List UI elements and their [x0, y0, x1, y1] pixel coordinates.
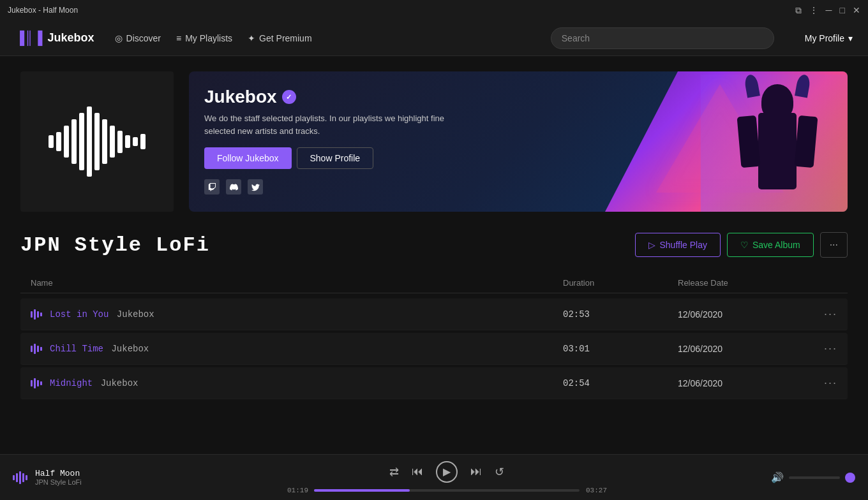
header-name: Name — [31, 278, 563, 288]
track-artist: Jukebox — [117, 309, 154, 320]
track-duration: 02:54 — [563, 378, 678, 388]
search-input[interactable] — [551, 27, 774, 49]
save-label: Save Album — [752, 240, 800, 250]
next-button[interactable]: ⏭ — [470, 465, 482, 478]
logo[interactable]: ▐║▐ Jukebox — [15, 31, 94, 45]
track-name-cell: Lost in You Jukebox — [31, 309, 563, 320]
discord-icon[interactable] — [226, 179, 241, 195]
more-btn[interactable]: ⋮ — [809, 5, 818, 15]
track-release-date: 12/06/2020 — [678, 344, 805, 354]
navbar: ▐║▐ Jukebox ◎ Discover ≡ My Playlists ✦ … — [0, 20, 868, 56]
track-menu-button[interactable]: ··· — [805, 342, 837, 355]
previous-button[interactable]: ⏮ — [412, 465, 423, 478]
track-row[interactable]: Midnight Jukebox 02:54 12/06/2020 ··· — [20, 367, 848, 399]
verified-badge: ✓ — [282, 90, 296, 104]
track-row[interactable]: Chill Time Jukebox 03:01 12/06/2020 ··· — [20, 333, 848, 365]
track-title: Midnight Jukebox — [50, 378, 138, 388]
discover-icon: ◎ — [115, 33, 123, 43]
header-release: Release Date — [678, 278, 805, 288]
player-controls: ⇄ ⏮ ▶ ⏭ ↺ — [389, 461, 504, 483]
player-progress: 01:19 03:27 — [287, 487, 606, 494]
track-menu-button[interactable]: ··· — [805, 307, 837, 321]
shuffle-label: Shuffle Play — [659, 240, 707, 250]
player-right: 🔊 — [753, 471, 855, 483]
profile-name: Jukebox ✓ — [204, 87, 832, 107]
album-header: JPN Style LoFi ▷ Shuffle Play ♡ Save Alb… — [20, 232, 848, 258]
track-release-date: 12/06/2020 — [678, 309, 805, 320]
player-mini-wave-icon — [13, 471, 27, 484]
track-wave-icon — [31, 378, 42, 388]
profile-card: Jukebox ✓ We do the staff selected playl… — [189, 71, 848, 212]
player-track-album: JPN Style LoFi — [35, 478, 82, 486]
shuffle-control-button[interactable]: ⇄ — [389, 465, 399, 479]
top-section: Jukebox ✓ We do the staff selected playl… — [20, 71, 848, 212]
save-album-button[interactable]: ♡ Save Album — [727, 233, 814, 257]
track-artist: Jukebox — [111, 344, 149, 354]
nav-premium[interactable]: ✦ Get Premium — [248, 33, 311, 43]
profile-card-content: Jukebox ✓ We do the staff selected playl… — [189, 71, 848, 210]
logo-icon: ▐║▐ — [15, 31, 43, 45]
player-track-info: Half Moon JPN Style LoFi — [35, 469, 82, 486]
social-links — [204, 179, 832, 195]
player-bar: Half Moon JPN Style LoFi ⇄ ⏮ ▶ ⏭ ↺ 01:19… — [0, 454, 868, 500]
close-btn[interactable]: ✕ — [853, 5, 860, 15]
header-duration: Duration — [563, 278, 678, 288]
track-duration: 02:53 — [563, 309, 678, 320]
volume-track[interactable] — [789, 476, 840, 479]
search-container — [551, 27, 774, 49]
volume-knob[interactable] — [845, 473, 855, 483]
track-menu-button[interactable]: ··· — [805, 376, 837, 390]
track-name-cell: Chill Time Jukebox — [31, 344, 563, 354]
play-pause-button[interactable]: ▶ — [436, 461, 458, 483]
shuffle-play-button[interactable]: ▷ Shuffle Play — [635, 233, 720, 257]
current-time: 01:19 — [287, 487, 308, 494]
show-profile-button[interactable]: Show Profile — [297, 147, 374, 169]
track-title: Chill Time Jukebox — [50, 344, 149, 354]
player-center: ⇄ ⏮ ▶ ⏭ ↺ 01:19 03:27 — [151, 461, 743, 494]
track-name: Lost in You — [50, 309, 108, 320]
more-options-button[interactable]: ··· — [820, 232, 848, 258]
profile-menu[interactable]: My Profile ▾ — [805, 33, 853, 43]
progress-fill — [314, 489, 410, 492]
repeat-button[interactable]: ↺ — [495, 465, 504, 479]
minimize-btn[interactable]: ─ — [826, 5, 832, 15]
player-track-name: Half Moon — [35, 469, 82, 478]
window-controls: ⧉ ⋮ ─ □ ✕ — [795, 5, 860, 16]
nav-discover[interactable]: ◎ Discover — [115, 33, 161, 43]
profile-chevron-icon: ▾ — [848, 33, 853, 43]
track-duration: 03:01 — [563, 344, 678, 354]
twitch-icon[interactable] — [204, 179, 220, 195]
title-bar: Jukebox - Half Moon ⧉ ⋮ ─ □ ✕ — [0, 0, 868, 20]
player-left: Half Moon JPN Style LoFi — [13, 469, 140, 486]
profile-description: We do the staff selected playlists. In o… — [204, 112, 460, 137]
window-title: Jukebox - Half Moon — [8, 6, 78, 15]
track-row[interactable]: Lost in You Jukebox 02:53 12/06/2020 ··· — [20, 298, 848, 330]
waveform-icon — [49, 107, 146, 177]
track-wave-icon — [31, 309, 42, 320]
playlists-label: My Playlists — [185, 33, 232, 43]
ellipsis-icon: ··· — [830, 239, 838, 250]
track-name: Midnight — [50, 378, 93, 388]
track-release-date: 12/06/2020 — [678, 378, 805, 388]
premium-label: Get Premium — [259, 33, 311, 43]
track-wave-icon — [31, 344, 42, 354]
logo-text: Jukebox — [48, 31, 94, 45]
twitter-icon[interactable] — [248, 179, 263, 195]
extensions-btn[interactable]: ⧉ — [795, 5, 802, 16]
playlists-icon: ≡ — [176, 33, 181, 43]
progress-bar[interactable] — [314, 489, 580, 492]
profile-label: My Profile — [805, 33, 844, 43]
total-time: 03:27 — [586, 487, 606, 494]
album-actions: ▷ Shuffle Play ♡ Save Album ··· — [635, 232, 848, 258]
discover-label: Discover — [126, 33, 161, 43]
maximize-btn[interactable]: □ — [840, 5, 845, 15]
heart-icon: ♡ — [740, 240, 749, 250]
shuffle-icon: ▷ — [648, 240, 655, 250]
play-icon: ▶ — [443, 466, 451, 478]
main-content: Jukebox ✓ We do the staff selected playl… — [0, 56, 868, 454]
track-title: Lost in You Jukebox — [50, 309, 154, 320]
follow-button[interactable]: Follow Jukebox — [204, 147, 292, 169]
track-name: Chill Time — [50, 344, 103, 354]
nav-playlists[interactable]: ≡ My Playlists — [176, 33, 232, 43]
album-title: JPN Style LoFi — [20, 233, 210, 257]
